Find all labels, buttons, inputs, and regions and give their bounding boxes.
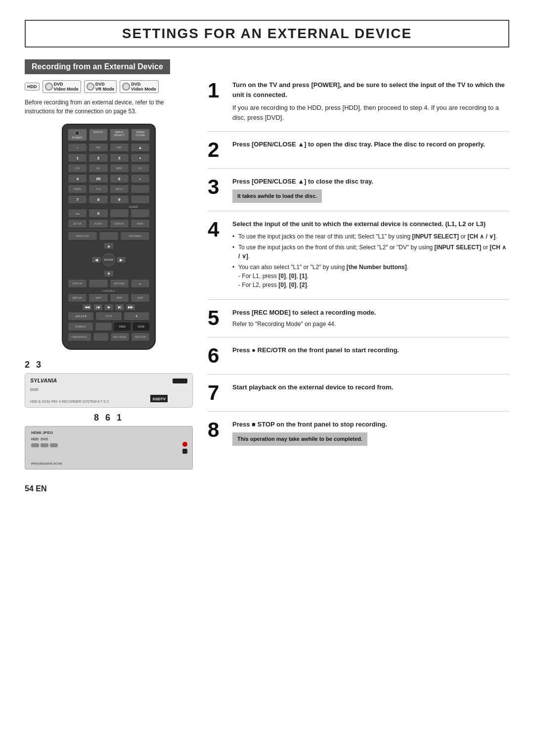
step-1-number: 1: [208, 80, 225, 123]
btn-spacer5: [95, 322, 112, 331]
btn-ch-label: CH: [131, 164, 150, 173]
left-column: HDD DVDVideo Mode DVDVR Mode DVDVideo Mo…: [25, 80, 193, 470]
btn-play: ▶: [104, 304, 114, 311]
nav-left-btn: ◀: [91, 256, 101, 263]
enter-btn: ENTER: [102, 253, 115, 266]
right-column: 1 Turn on the TV and press [POWER], and …: [208, 80, 509, 470]
step-2: 2 Press [OPEN/CLOSE ▲] to open the disc …: [208, 140, 509, 169]
btn-spacer2: [131, 209, 150, 218]
dtv-tv-btn: DTV/TV: [89, 129, 108, 141]
btn-x1: ▸X1,3,0,8: [68, 312, 94, 321]
dvd-video-icon: DVDVideo Mode: [43, 80, 81, 93]
btn-rew: ◀◀: [82, 304, 92, 311]
btn-next: ▶|: [115, 304, 125, 311]
btn-hdd: HDD: [114, 322, 131, 331]
step-7-number: 7: [208, 382, 225, 403]
intro-text: Before recording from an external device…: [25, 98, 193, 116]
step-3-note: It takes awhile to load the disc.: [232, 189, 322, 203]
step-3-number: 3: [208, 177, 225, 203]
sdtv-label: SSDTV: [150, 395, 168, 402]
btn-empty: [131, 185, 150, 193]
btn-up: ▲: [131, 153, 150, 162]
btn-dash: —: [68, 209, 87, 218]
step-7: 7 Start playback on the external device …: [208, 382, 509, 412]
btn-clear-space: [110, 209, 129, 218]
btn-6: 6: [110, 174, 129, 183]
dvd-video2-icon: DVDVideo Mode: [120, 80, 158, 93]
power-btn: POWER: [68, 129, 87, 141]
btn-3: 3: [110, 153, 129, 162]
btn-menu-list: MENU/LIST: [68, 232, 97, 240]
step-8-note: This operation may take awhile to be com…: [232, 432, 367, 446]
btn-hdmi: HDMI: [131, 219, 150, 228]
clear-label: CLEAR: [68, 205, 138, 208]
btn-4: 4: [68, 174, 87, 183]
dvd-vr-icon: DVDVR Mode: [84, 80, 117, 93]
nav-up-btn: ▲: [104, 242, 114, 249]
btn-9: 9: [110, 195, 129, 204]
btn-setup: SETUP: [68, 219, 87, 228]
nav-cluster: ▲ ▼ ◀ ▶ ENTER: [91, 242, 126, 277]
bullet-1: To use the input jacks on the rear of th…: [232, 232, 509, 241]
btn-tuv: TUV: [89, 185, 108, 193]
btn-2: 2: [89, 153, 108, 162]
btn-7: 7: [68, 195, 87, 204]
btn-dvd: DVD: [133, 322, 150, 331]
section-header: Recording from an External Device: [25, 59, 170, 74]
step-5-number: 5: [208, 308, 225, 329]
page-footer: 54 EN: [25, 484, 509, 493]
btn-replay: REPLAY: [68, 293, 87, 302]
btn-def: DEF: [110, 143, 129, 152]
btn-ch-up: ▲: [131, 143, 150, 152]
btn-pause: ⏸: [124, 312, 150, 321]
btn-return-arrow: ↩: [131, 279, 150, 288]
btn-pqrs: PQRS: [68, 185, 87, 193]
btn-spacer3: [99, 232, 119, 240]
btn-stop: STOP: [95, 312, 122, 321]
step-6-content: Press ● REC/OTR on the front panel to st…: [232, 345, 509, 366]
device2-label: 8 6 1: [25, 413, 193, 423]
btn-prev: |◀: [93, 304, 103, 311]
step-8-number: 8: [208, 420, 225, 446]
btn-audio: AUDIO: [89, 219, 108, 228]
bullet-2: To use the input jacks on the front of t…: [232, 243, 509, 261]
step-2-content: Press [OPEN/CLOSE ▲] to open the disc tr…: [232, 140, 509, 160]
btn-wxyz: WXYZ: [110, 185, 129, 193]
btn-ghi: GHI: [68, 164, 87, 173]
step-6: 6 Press ● REC/OTR on the front panel to …: [208, 345, 509, 375]
page-title: SETTINGS FOR AN EXTERNAL DEVICE: [25, 20, 509, 47]
btn-timer-prog: TIMER/PROG.: [68, 332, 91, 341]
btn-skip-last: SKIP: [131, 293, 150, 302]
device2-image: HDMI JPEG HDD DVD PROGRESSIVE SCAN: [25, 426, 193, 470]
step-2-number: 2: [208, 140, 225, 160]
btn-phi: φ: [68, 143, 87, 152]
btn-dubbing: DUBBING: [68, 322, 93, 331]
input-select-btn: INPUT SELECT: [110, 129, 129, 141]
step-1-content: Turn on the TV and press [POWER], and be…: [232, 80, 509, 123]
model-label: HDD & DVD• PAY 4 RECORDER SYSTEM A T S C: [30, 400, 109, 403]
btn-5: 05: [89, 174, 108, 183]
device1-label: 2 3: [25, 360, 193, 370]
btn-repeat: REPEAT: [110, 219, 129, 228]
step-3-content: Press [OPEN/CLOSE ▲] to close the disc t…: [232, 177, 509, 203]
btn-rec-mode: REC MODE: [110, 332, 129, 341]
step-6-number: 6: [208, 345, 225, 366]
step-8-content: Press ■ STOP on the front panel to stop …: [232, 420, 509, 446]
btn-display: DISPLAY: [68, 279, 87, 288]
playback-controls: ◀◀ |◀ ▶ ▶| ▶▶: [68, 304, 150, 311]
btn-spacer6: [93, 332, 109, 341]
step-4-content: Select the input of the unit to which th…: [232, 219, 509, 291]
hdd-icon: HDD: [25, 83, 40, 91]
btn-8: 8: [89, 195, 108, 204]
btn-1: 1: [68, 153, 87, 162]
step-4-number: 4: [208, 219, 225, 291]
step-5-content: Press [REC MODE] to select a recording m…: [232, 308, 509, 329]
step-4-bullets: To use the input jacks on the rear of th…: [232, 232, 509, 289]
btn-skip-left: SKIP: [89, 293, 108, 302]
nav-down-btn: ▼: [104, 270, 114, 277]
device1-image: SYLVANIA DVD HDD & DVD• PAY 4 RECORDER S…: [25, 373, 193, 408]
btn-abc: ABC: [89, 143, 108, 152]
step-7-content: Start playback on the external device to…: [232, 382, 509, 403]
step-8: 8 Press ■ STOP on the front panel to sto…: [208, 420, 509, 454]
btn-return: RETURN: [110, 279, 129, 288]
